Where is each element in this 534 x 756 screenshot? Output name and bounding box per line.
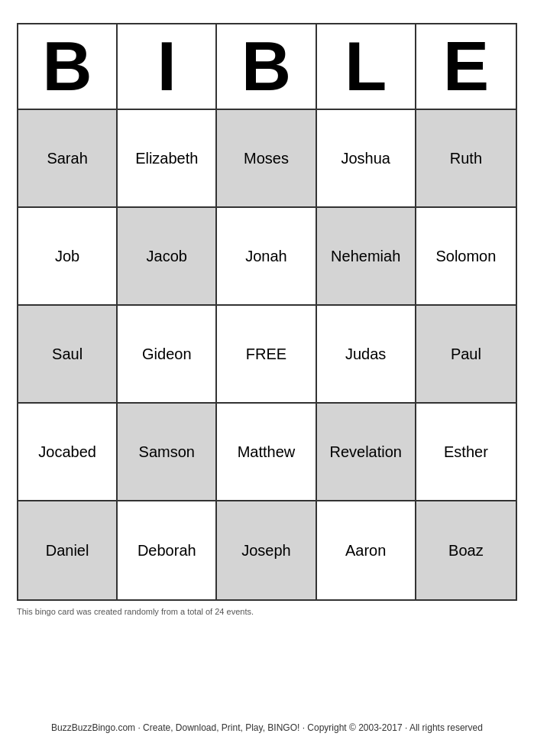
bingo-cell-r0-c2: Moses [217, 110, 316, 208]
bingo-card: BIBLE SarahElizabethMosesJoshuaRuthJobJa… [17, 23, 517, 601]
bingo-cell-r1-c0: Job [18, 208, 118, 306]
bingo-cell-r1-c2: Jonah [217, 208, 316, 306]
bingo-cell-r0-c4: Ruth [416, 110, 516, 208]
bingo-cell-r3-c1: Samson [118, 404, 217, 501]
bingo-cell-r4-c1: Deborah [118, 501, 217, 599]
bingo-cell-r1-c3: Nehemiah [317, 208, 416, 306]
bingo-cell-r4-c4: Boaz [416, 501, 516, 599]
bingo-cell-r2-c3: Judas [317, 306, 416, 404]
bingo-cell-r4-c3: Aaron [317, 501, 416, 599]
bingo-cell-r0-c1: Elizabeth [118, 110, 217, 208]
bingo-cell-r3-c4: Esther [416, 404, 516, 501]
bingo-cell-r2-c4: Paul [416, 306, 516, 404]
bingo-cell-r2-c0: Saul [18, 306, 118, 404]
bingo-grid: SarahElizabethMosesJoshuaRuthJobJacobJon… [18, 110, 516, 599]
bingo-cell-r3-c3: Revelation [317, 404, 416, 501]
bingo-cell-r1-c4: Solomon [416, 208, 516, 306]
footer-brand: BuzzBuzzBingo.com · Create, Download, Pr… [51, 707, 483, 741]
header-letter-e: E [416, 24, 516, 109]
bingo-cell-r3-c0: Jocabed [18, 404, 118, 501]
bingo-cell-r1-c1: Jacob [118, 208, 217, 306]
bingo-cell-r0-c0: Sarah [18, 110, 118, 208]
bingo-cell-r4-c2: Joseph [217, 501, 316, 599]
header-letter-l: L [317, 24, 416, 109]
bingo-cell-r2-c2: FREE [217, 306, 316, 404]
header-letter-b: B [217, 24, 316, 109]
footer-note: This bingo card was created randomly fro… [17, 607, 517, 616]
bingo-cell-r4-c0: Daniel [18, 501, 118, 599]
header-letter-b: B [18, 24, 118, 109]
bingo-header: BIBLE [18, 24, 516, 110]
bingo-cell-r0-c3: Joshua [317, 110, 416, 208]
bingo-cell-r2-c1: Gideon [118, 306, 217, 404]
bingo-cell-r3-c2: Matthew [217, 404, 316, 501]
header-letter-i: I [118, 24, 217, 109]
